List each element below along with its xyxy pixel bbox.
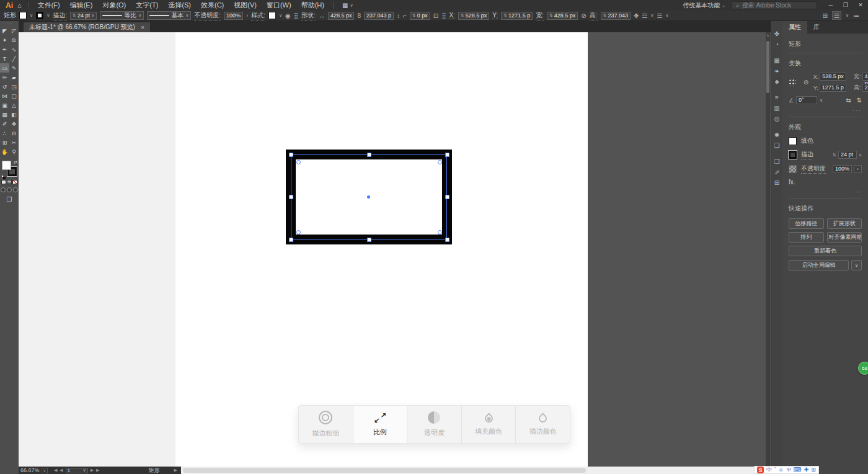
- artboards-panel-icon[interactable]: ⊞: [771, 177, 783, 188]
- vertical-scrollbar[interactable]: ∧: [766, 32, 770, 467]
- swap-fill-stroke-icon[interactable]: ⇄: [14, 160, 17, 165]
- select-bounds-icon[interactable]: ⊡: [433, 12, 438, 19]
- chevron-down-icon[interactable]: ∨: [46, 13, 50, 18]
- style-label[interactable]: 样式:: [251, 11, 265, 20]
- canvas[interactable]: 描边粗细 ↗↙ 比例 透明度 填充颜色 描边颜色 ∧: [19, 32, 771, 467]
- selection-handle-ne[interactable]: [445, 153, 450, 157]
- magic-wand-tool[interactable]: ✦: [0, 35, 9, 45]
- object-center-point[interactable]: [367, 195, 370, 199]
- quick-action-button[interactable]: 对齐像素网格: [827, 232, 862, 243]
- opacity-label[interactable]: 不透明度: [801, 164, 826, 174]
- list-options-icon[interactable]: ≔: [853, 12, 859, 19]
- voice-input-icon[interactable]: Ψ: [786, 466, 791, 474]
- stepper-icon[interactable]: ⇅: [503, 13, 507, 18]
- lasso-tool[interactable]: Ҩ: [9, 35, 19, 45]
- opacity-checker-icon[interactable]: [789, 165, 797, 173]
- reference-point-locator[interactable]: [789, 79, 796, 86]
- flip-horizontal-icon[interactable]: ⇆: [846, 97, 851, 104]
- draw-behind-button[interactable]: [7, 187, 12, 192]
- minimize-button[interactable]: ─: [823, 0, 838, 11]
- align-panel-icon[interactable]: ☰: [832, 11, 841, 20]
- drag-handle-icon[interactable]: ⋯: [7, 22, 12, 26]
- toolbox-icon[interactable]: ✚: [804, 466, 809, 474]
- chevron-down-icon[interactable]: ∨: [846, 13, 849, 18]
- layers-panel-icon[interactable]: ❐: [771, 156, 783, 167]
- artboard-number-field[interactable]: 1 ∨: [66, 468, 88, 473]
- stroke-label[interactable]: 描边: [801, 150, 813, 159]
- stepper-icon[interactable]: ⇅: [833, 153, 836, 158]
- width-label[interactable]: 宽:: [536, 11, 544, 20]
- stroke-weight-field[interactable]: ⇅ 24 pt ∨: [70, 12, 97, 20]
- gradient-button[interactable]: [7, 180, 12, 184]
- menu-item[interactable]: 窗口(W): [262, 1, 296, 10]
- height-label[interactable]: 高:: [590, 11, 598, 20]
- lock-proportions-icon[interactable]: ⊘: [581, 12, 586, 19]
- rotate-tool[interactable]: ↺: [0, 82, 9, 91]
- document-tab[interactable]: 未标题-1* @ 66.67% (RGB/GPU 预览) ✕: [24, 22, 150, 32]
- stepper-icon[interactable]: ⇅: [461, 13, 464, 18]
- stroke-weight-label[interactable]: 描边:: [53, 11, 67, 20]
- opacity-label[interactable]: 不透明度:: [194, 11, 221, 20]
- constrain-link-icon[interactable]: 8: [357, 12, 361, 19]
- pencil-tool[interactable]: ✏: [0, 73, 9, 82]
- eraser-tool[interactable]: ▰: [9, 73, 19, 82]
- menu-item[interactable]: 对象(O): [97, 1, 131, 10]
- start-global-edit-button[interactable]: 启动全局编辑: [789, 260, 849, 271]
- recolor-artwork-icon[interactable]: ◉: [285, 12, 291, 19]
- width-field[interactable]: 428.5 px: [862, 73, 868, 81]
- live-corner-widget-ne[interactable]: [438, 160, 442, 164]
- screen-mode-icon[interactable]: ❐: [7, 196, 12, 203]
- scrollbar-thumb[interactable]: [183, 468, 586, 473]
- popout-icon[interactable]: ›: [854, 165, 862, 173]
- fill-swatch[interactable]: [19, 12, 27, 19]
- tab-libraries[interactable]: 库: [807, 21, 826, 34]
- draw-normal-button[interactable]: [1, 187, 6, 192]
- line-segment-tool[interactable]: ╱: [9, 54, 19, 63]
- punctuation-icon[interactable]: ʼ: [774, 466, 776, 474]
- last-artboard-icon[interactable]: ▶: [96, 468, 99, 473]
- opacity-field[interactable]: 100%: [833, 165, 852, 173]
- shape-label[interactable]: 形状:: [301, 11, 316, 20]
- rectangle-tool[interactable]: ▭: [0, 63, 9, 73]
- quick-action-button[interactable]: 排列: [789, 232, 824, 243]
- live-corner-widget-nw[interactable]: [296, 160, 301, 164]
- selection-handle-nw[interactable]: [289, 153, 293, 157]
- chevron-down-icon[interactable]: ∨: [859, 153, 862, 158]
- sogou-logo[interactable]: S: [757, 467, 764, 473]
- selection-handle-w[interactable]: [289, 195, 293, 199]
- rotation-field[interactable]: 0°: [796, 96, 817, 104]
- close-icon[interactable]: ✕: [141, 25, 145, 30]
- pasteboard-left[interactable]: [19, 32, 175, 467]
- stroke-swatch[interactable]: [789, 151, 797, 159]
- chevron-down-icon[interactable]: ∨: [42, 468, 48, 473]
- chevron-down-icon[interactable]: ∨: [665, 13, 668, 18]
- selection-handle-se[interactable]: [445, 238, 450, 242]
- touchbar-stroke-color[interactable]: 描边颜色: [516, 406, 570, 443]
- eyedropper-tool[interactable]: ✐: [0, 119, 9, 128]
- selection-handle-n[interactable]: [367, 153, 371, 157]
- workspace-switcher[interactable]: 传统基本功能 ⌄: [683, 1, 725, 10]
- mesh-tool[interactable]: ▦: [0, 110, 9, 119]
- draw-inside-button[interactable]: [13, 187, 18, 192]
- live-corner-widget-sw[interactable]: [296, 230, 301, 235]
- slice-tool[interactable]: ✂: [9, 138, 19, 147]
- more-options-icon[interactable]: ···: [789, 107, 862, 114]
- shape-width-field[interactable]: 428.5 px: [328, 12, 355, 20]
- brushes-panel-icon[interactable]: ❧: [771, 66, 783, 76]
- horizontal-scrollbar[interactable]: [181, 467, 766, 474]
- live-corner-widget-se[interactable]: [438, 230, 442, 235]
- touchbar-stroke-weight[interactable]: 描边粗细: [299, 406, 353, 443]
- soft-keyboard-icon[interactable]: ⌨: [794, 466, 802, 474]
- zoom-level[interactable]: 66.67% ∨: [20, 467, 48, 473]
- default-fill-stroke-icon[interactable]: [1, 175, 4, 177]
- flip-vertical-icon[interactable]: ⇅: [857, 97, 862, 104]
- pen-tool[interactable]: ✒: [0, 45, 9, 54]
- x-field[interactable]: ⇅ 528.5 px: [458, 12, 489, 20]
- width-tool[interactable]: ⋈: [0, 91, 9, 101]
- scrollbar-thumb[interactable]: [766, 41, 769, 93]
- color-panel-icon[interactable]: ✤: [771, 29, 783, 39]
- transparency-panel-icon[interactable]: ◎: [771, 114, 783, 124]
- height-field[interactable]: 237.043: [862, 84, 868, 92]
- menu-item[interactable]: 帮助(H): [296, 1, 329, 10]
- align-objects-icon[interactable]: ☲: [642, 12, 647, 19]
